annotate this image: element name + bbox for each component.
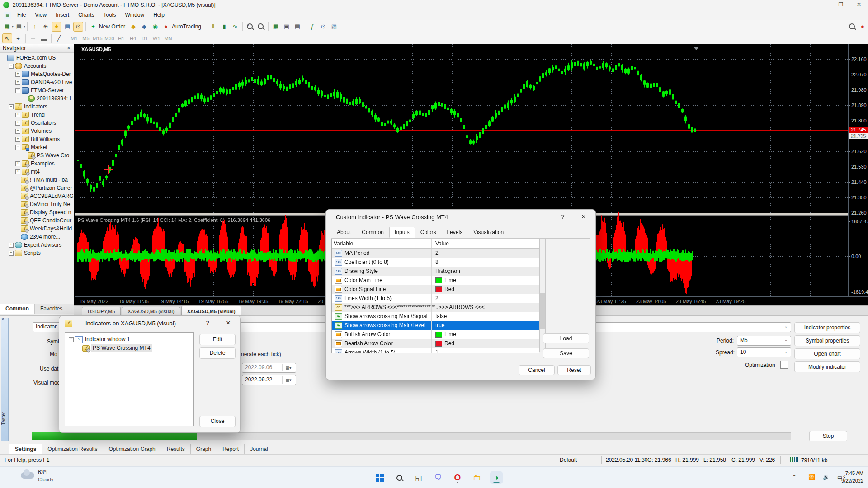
maximize-button[interactable]: ❐ bbox=[832, 0, 850, 10]
community-icon[interactable]: ● bbox=[858, 22, 868, 32]
tester-tab-results[interactable]: Results bbox=[161, 444, 191, 454]
input-row-1[interactable]: 123Coefficient (0 to 8)8 bbox=[332, 258, 539, 267]
new-order-label[interactable]: New Order bbox=[99, 23, 125, 30]
chart-shift-icon[interactable]: ↕ bbox=[30, 22, 40, 32]
input-row-0[interactable]: 123MA Period2 bbox=[332, 249, 539, 258]
menu-window[interactable]: Window bbox=[121, 10, 149, 20]
scrollbar-thumb[interactable] bbox=[540, 293, 545, 329]
favorites-icon[interactable]: ★ bbox=[52, 22, 61, 32]
price-axis[interactable]: 21.745 21.735 22.16022.07021.98021.89021… bbox=[848, 44, 868, 305]
minimize-button[interactable]: – bbox=[814, 0, 832, 10]
indicators-add-icon[interactable]: ƒ bbox=[307, 22, 317, 32]
periods-icon[interactable]: ⊙ bbox=[318, 22, 328, 32]
tree-expand-icon[interactable]: − bbox=[9, 64, 14, 69]
taskbar-start-icon[interactable] bbox=[373, 471, 386, 484]
period-combo[interactable]: M5 ⌄ bbox=[737, 336, 791, 346]
tray-chevron-icon[interactable]: ⌃ bbox=[792, 474, 797, 480]
navigator-item-examples[interactable]: +fExamples bbox=[0, 160, 74, 168]
tester-tab-optimization-graph[interactable]: Optimization Graph bbox=[103, 444, 161, 454]
autotrading-icon[interactable]: ● bbox=[161, 22, 171, 32]
tree-expand-icon[interactable]: − bbox=[69, 337, 74, 342]
menu-view[interactable]: View bbox=[30, 10, 51, 20]
tree-expand-icon[interactable]: + bbox=[15, 169, 20, 174]
delete-button[interactable]: Delete bbox=[199, 347, 236, 359]
candlestick-chart-icon[interactable]: ▮ bbox=[219, 22, 229, 32]
dialog-tab-inputs[interactable]: Inputs bbox=[389, 227, 415, 238]
tester-tab-graph[interactable]: Graph bbox=[191, 444, 217, 454]
save-button[interactable]: Save bbox=[543, 348, 589, 358]
help-icon[interactable]: ? bbox=[558, 213, 567, 220]
tree-expand-icon[interactable]: + bbox=[15, 121, 20, 126]
help-icon[interactable]: ? bbox=[203, 319, 212, 326]
tree-expand-icon[interactable]: + bbox=[15, 129, 20, 134]
input-row-2[interactable]: 123Drawing StyleHistogram bbox=[332, 267, 539, 276]
tester-tab-report[interactable]: Report bbox=[217, 444, 245, 454]
navigator-item-ps-wave-cro[interactable]: fPS Wave Cro bbox=[0, 151, 74, 160]
templates-icon[interactable]: ▧ bbox=[329, 22, 339, 32]
navigator-item-oscillators[interactable]: +fOscillators bbox=[0, 119, 74, 127]
timeframe-M30[interactable]: M30 bbox=[104, 34, 115, 42]
clock[interactable]: 7:45 AM 9/22/2022 bbox=[841, 469, 863, 485]
data-window-icon[interactable]: ▤ bbox=[62, 22, 72, 32]
navigator-item-market[interactable]: −fMarket bbox=[0, 143, 74, 151]
tree-expand-icon[interactable]: + bbox=[15, 161, 20, 166]
tile-windows-icon[interactable]: ▦ bbox=[271, 22, 281, 32]
close-button[interactable]: Close bbox=[199, 416, 236, 427]
profiles-icon[interactable]: ▤ bbox=[14, 22, 24, 32]
tree-expand-icon[interactable]: − bbox=[15, 88, 20, 93]
tree-expand-icon[interactable]: + bbox=[15, 137, 20, 142]
timeframe-M1[interactable]: M1 bbox=[69, 34, 80, 42]
timeframe-H1[interactable]: H1 bbox=[116, 34, 127, 42]
optimization-checkbox[interactable] bbox=[780, 361, 788, 369]
taskbar-search-icon[interactable] bbox=[393, 471, 406, 484]
navigator-item-expert-advisors[interactable]: +Expert Advisors bbox=[0, 241, 74, 249]
cancel-button[interactable]: Cancel bbox=[519, 365, 555, 375]
input-row-11[interactable]: 123Arrows Width (1 to 5)1 bbox=[332, 348, 539, 353]
tester-tab-settings[interactable]: Settings bbox=[9, 444, 42, 454]
tree-expand-icon[interactable]: + bbox=[15, 80, 20, 85]
spread-combo[interactable]: 10 ⌄ bbox=[737, 347, 791, 357]
tester-button-symbol-properties[interactable]: Symbol properties bbox=[794, 335, 860, 346]
navigator-item-bill-williams[interactable]: +fBill Williams bbox=[0, 135, 74, 143]
cascade-windows-icon[interactable]: ▣ bbox=[282, 22, 292, 32]
tester-button-modify-indicator[interactable]: Modify indicator bbox=[794, 361, 860, 372]
signals-icon[interactable]: ◉ bbox=[150, 22, 160, 32]
taskbar-chat-icon[interactable]: 🗨 bbox=[432, 471, 444, 484]
timeframe-D1[interactable]: D1 bbox=[139, 34, 150, 42]
navigator-tab-common[interactable]: Common bbox=[0, 304, 35, 314]
date-from-field[interactable]: 2022.09.06 ▦▾ bbox=[242, 363, 296, 373]
wifi-icon[interactable]: 🛜 bbox=[808, 474, 815, 480]
navigator-item--partizan-currer[interactable]: f@Partizan Currer bbox=[0, 184, 74, 192]
tester-vertical-label[interactable]: Tester bbox=[0, 412, 6, 425]
navigator-item-display-spread-n[interactable]: fDisplay Spread n bbox=[0, 208, 74, 216]
taskbar-mt4-icon[interactable]: ◑ bbox=[490, 471, 503, 484]
edit-button[interactable]: Edit bbox=[199, 334, 236, 345]
navigator-item-oanda-v20-live[interactable]: +OANDA-v20 Live bbox=[0, 78, 74, 86]
zoom-in-icon[interactable]: + bbox=[245, 22, 255, 32]
navigator-item-mt4[interactable]: +fmt4 bbox=[0, 168, 74, 176]
line-chart-icon[interactable]: ∿ bbox=[230, 22, 240, 32]
bar-chart-icon[interactable]: ‖ bbox=[208, 22, 218, 32]
navigator-item--tma-multi-ba[interactable]: f! TMA multi - ba bbox=[0, 176, 74, 184]
chart-tab-1[interactable]: XAGUSD,M5 (visual) bbox=[122, 307, 180, 316]
metaeditor-icon[interactable]: ◆ bbox=[139, 22, 149, 32]
history-center-icon[interactable]: ⊙ bbox=[73, 22, 83, 32]
dialog-tab-common[interactable]: Common bbox=[356, 227, 389, 238]
input-row-8[interactable]: ∿Show arrows crossing Main/Leveltrue bbox=[332, 321, 539, 330]
cursor-icon[interactable]: ↖ bbox=[2, 33, 12, 43]
new-chart-icon[interactable]: ▦ bbox=[2, 22, 12, 32]
chart-tab-0[interactable]: USDJPY,M5 bbox=[82, 307, 121, 316]
navigator-item-davinci-truly-ne[interactable]: fDaVinci Truly Ne bbox=[0, 200, 74, 208]
taskbar-opera-icon[interactable]: O bbox=[451, 471, 464, 484]
dialog-list-item[interactable]: −∿Indicator window 1 bbox=[65, 335, 193, 344]
menu-tools[interactable]: Tools bbox=[99, 10, 121, 20]
crosshair-icon[interactable]: + bbox=[13, 33, 23, 43]
tester-button-indicator-properties[interactable]: Indicator properties bbox=[794, 322, 860, 333]
dialog-tab-visualization[interactable]: Visualization bbox=[468, 227, 509, 238]
tree-expand-icon[interactable]: − bbox=[15, 145, 20, 150]
taskbar-taskview-icon[interactable]: ◱ bbox=[412, 471, 425, 484]
input-row-9[interactable]: Bullish Arrow ColorLime bbox=[332, 330, 539, 339]
arrange-icons-icon[interactable]: ▤ bbox=[292, 22, 302, 32]
close-icon[interactable]: ✕ bbox=[579, 213, 588, 220]
timeframe-MN[interactable]: MN bbox=[163, 34, 174, 42]
